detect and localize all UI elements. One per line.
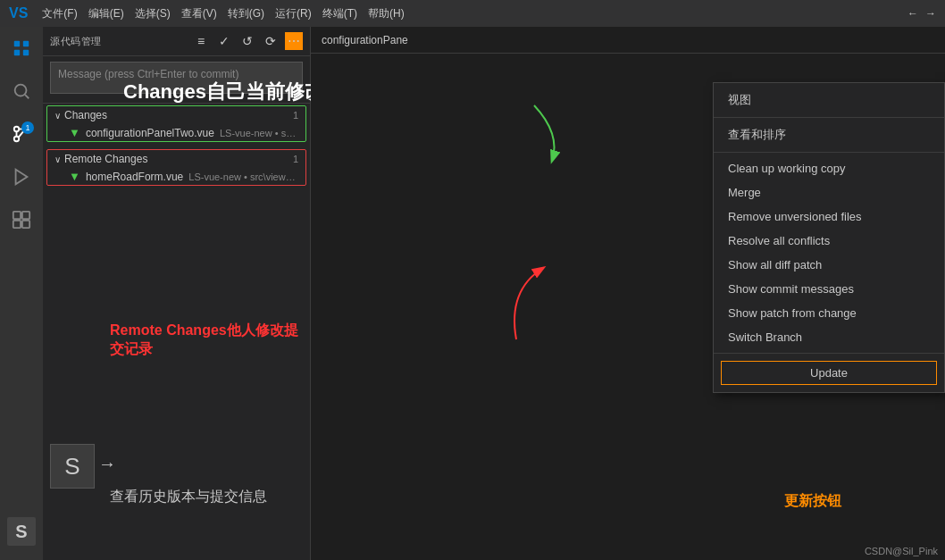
menu-goto[interactable]: 转到(G) — [228, 6, 264, 21]
context-menu-update-button[interactable]: Update — [721, 361, 937, 385]
changes-file-icon: ▼ — [69, 126, 80, 139]
context-menu-section-sort: 查看和排序 — [714, 118, 944, 153]
activity-search[interactable] — [7, 77, 36, 105]
svg-marker-12 — [16, 170, 28, 185]
menu-help[interactable]: 帮助(H) — [368, 6, 405, 21]
context-menu-show-patch[interactable]: Show patch from change — [714, 301, 944, 325]
breadcrumb-panel: configurationPane — [322, 34, 408, 46]
scm-header-actions: ≡ ✓ ↺ ⟳ ⋯ — [192, 32, 303, 50]
vscode-icon: VS — [9, 5, 28, 21]
context-menu-view[interactable]: 视图 — [714, 87, 944, 113]
svg-rect-14 — [22, 212, 29, 219]
svg-rect-16 — [22, 221, 29, 228]
annotation-update: 更新按钮 — [784, 492, 841, 511]
context-menu-section-actions: Clean up working copy Merge Remove unver… — [714, 153, 944, 354]
svg-line-5 — [25, 95, 29, 98]
context-menu-remove-unversioned[interactable]: Remove unversioned files — [714, 205, 944, 229]
context-menu: 视图 查看和排序 Clean up working copy Merge Rem… — [713, 82, 945, 393]
scm-sync-icon[interactable]: ⟳ — [262, 32, 280, 50]
history-arrow: → — [98, 454, 116, 474]
remote-changes-group-box: ∨ Remote Changes 1 ▼ homeRoadForm.vue LS… — [46, 149, 306, 186]
editor-area: configurationPane 更新按钮 CSDN@Sil_Pink — [311, 27, 945, 560]
changes-file-item[interactable]: ▼ configurationPanelTwo.vue LS-vue-new •… — [47, 124, 305, 141]
context-menu-switch-branch[interactable]: Switch Branch — [714, 325, 944, 349]
context-menu-show-commits[interactable]: Show commit messages — [714, 277, 944, 301]
svg-rect-13 — [13, 212, 21, 219]
activity-debug[interactable] — [7, 163, 36, 191]
commit-input[interactable] — [50, 62, 303, 94]
changes-group-header[interactable]: ∨ Changes 1 — [47, 106, 305, 124]
activity-user[interactable]: S — [7, 517, 36, 546]
scm-title: 源代码管理 — [50, 35, 192, 48]
nav-back[interactable]: ← — [907, 7, 918, 20]
menu-terminal[interactable]: 终端(T) — [322, 6, 357, 21]
changes-label: Changes — [64, 109, 293, 121]
menu-bar[interactable]: 文件(F) 编辑(E) 选择(S) 查看(V) 转到(G) 运行(R) 终端(T… — [42, 6, 404, 21]
history-icon[interactable]: S — [50, 444, 95, 489]
context-menu-merge[interactable]: Merge — [714, 180, 944, 205]
changes-count: 1 — [293, 110, 298, 121]
activity-bar: 1 S — [0, 27, 43, 560]
changes-file-path: LS-vue-new • src\views\signal\laneContro… — [220, 128, 298, 138]
changes-chevron: ∨ — [54, 111, 61, 121]
context-menu-sort[interactable]: 查看和排序 — [714, 121, 944, 148]
scm-panel-header: 源代码管理 ≡ ✓ ↺ ⟳ ⋯ — [43, 27, 310, 56]
context-menu-show-diff[interactable]: Show all diff patch — [714, 253, 944, 277]
context-menu-section-update: Update — [714, 354, 944, 392]
footer-credit: CSDN@Sil_Pink — [865, 546, 938, 556]
remote-changes-file-icon: ▼ — [69, 170, 80, 183]
svg-point-6 — [14, 127, 20, 132]
svg-rect-15 — [13, 221, 21, 228]
history-symbol: S — [64, 453, 79, 481]
nav-buttons: ← → — [907, 7, 936, 20]
remote-changes-file-name: homeRoadForm.vue — [86, 171, 183, 183]
scm-list-icon[interactable]: ≡ — [192, 32, 210, 50]
remote-changes-count: 1 — [293, 154, 298, 164]
scm-check-icon[interactable]: ✓ — [215, 32, 233, 50]
annotation-history: 查看历史版本与提交信息 — [110, 488, 267, 506]
remote-changes-label: Remote Changes — [64, 153, 293, 165]
scm-discard-icon[interactable]: ↺ — [238, 32, 256, 50]
context-menu-section-view: 视图 — [714, 83, 944, 118]
menu-edit[interactable]: 编辑(E) — [88, 6, 124, 21]
main-layout: 1 S 源代码管理 ≡ ✓ ↺ ⟳ — [0, 27, 945, 560]
remote-changes-group-header[interactable]: ∨ Remote Changes 1 — [47, 150, 305, 168]
svg-rect-3 — [23, 50, 29, 55]
svg-point-4 — [15, 85, 27, 96]
changes-file-name: configurationPanelTwo.vue — [86, 127, 214, 139]
remote-changes-file-path: LS-vue-new • src\views\signal\roadForm — [188, 171, 298, 182]
activity-scm[interactable]: 1 — [7, 120, 36, 148]
svg-rect-1 — [23, 41, 29, 46]
menu-run[interactable]: 运行(R) — [275, 6, 312, 21]
scm-sidebar: 源代码管理 ≡ ✓ ↺ ⟳ ⋯ ∨ Changes 1 ▼ configurat… — [43, 27, 311, 560]
remote-changes-chevron: ∨ — [54, 155, 61, 164]
svg-rect-2 — [14, 50, 20, 55]
activity-explorer[interactable] — [7, 34, 36, 63]
scm-badge: 1 — [21, 121, 34, 134]
scm-more-icon[interactable]: ⋯ — [285, 32, 303, 50]
annotation-remote: Remote Changes他人修改提交记录 — [110, 322, 310, 359]
menu-file[interactable]: 文件(F) — [42, 6, 77, 21]
menu-view[interactable]: 查看(V) — [181, 6, 217, 21]
context-menu-resolve-conflicts[interactable]: Resolve all conflicts — [714, 229, 944, 253]
menu-select[interactable]: 选择(S) — [135, 6, 171, 21]
activity-extensions[interactable] — [7, 205, 36, 234]
nav-forward[interactable]: → — [925, 7, 936, 20]
title-bar: VS 文件(F) 编辑(E) 选择(S) 查看(V) 转到(G) 运行(R) 终… — [0, 0, 945, 27]
commit-message-area — [43, 56, 310, 104]
remote-changes-file-item[interactable]: ▼ homeRoadForm.vue LS-vue-new • src\view… — [47, 168, 305, 185]
svg-rect-0 — [14, 41, 20, 46]
context-menu-cleanup[interactable]: Clean up working copy — [714, 156, 944, 180]
changes-group-box: ∨ Changes 1 ▼ configurationPanelTwo.vue … — [46, 105, 306, 142]
